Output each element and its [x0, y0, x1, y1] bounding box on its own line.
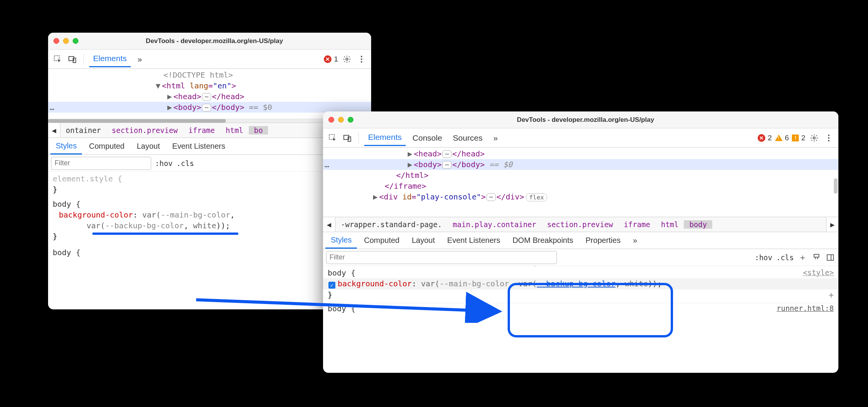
minimize-window-button[interactable]	[63, 38, 69, 44]
styles-subtabs: Styles Computed Layout Event Listeners	[48, 138, 371, 155]
breadcrumb-item[interactable]: section.preview	[107, 126, 183, 135]
breadcrumb-item[interactable]: ontainer	[60, 126, 107, 135]
tab-more[interactable]: »	[490, 130, 502, 146]
css-property-fallback[interactable]: var(--backup-bg-color, white));	[48, 220, 371, 231]
brush-icon[interactable]	[811, 253, 821, 262]
subtab-properties[interactable]: Properties	[580, 233, 626, 248]
body-line-selected[interactable]: … ▶<body>⋯</body> == $0	[48, 102, 371, 113]
breadcrumb-item[interactable]: iframe	[183, 126, 220, 135]
titlebar: DevTools - developer.mozilla.org/en-US/p…	[323, 111, 838, 128]
expand-arrow-icon[interactable]: ▶	[373, 192, 378, 201]
devtools-window-1: DevTools - developer.mozilla.org/en-US/p…	[48, 33, 371, 309]
subtab-event-listeners[interactable]: Event Listeners	[167, 139, 231, 154]
rule-body-2[interactable]: body { runner.ht	[48, 247, 371, 258]
styles-rules-pane[interactable]: element.style { } body { <st background-…	[48, 172, 371, 309]
source-link[interactable]: runner.html:8	[776, 304, 834, 312]
breadcrumb-item[interactable]: html	[656, 220, 684, 229]
breadcrumb-left-arrow-icon[interactable]: ◀	[323, 217, 335, 232]
zoom-window-button[interactable]	[348, 117, 353, 123]
element-style-rule: element.style {	[48, 173, 371, 184]
collapsed-ellipsis-icon[interactable]: ⋯	[486, 193, 496, 201]
kebab-menu-icon[interactable]	[356, 53, 367, 65]
subtab-layout[interactable]: Layout	[132, 139, 165, 154]
settings-gear-icon[interactable]	[341, 53, 353, 65]
inspect-element-icon[interactable]	[52, 53, 63, 65]
tab-elements[interactable]: Elements	[364, 130, 406, 146]
tab-sources[interactable]: Sources	[449, 130, 486, 146]
tab-console[interactable]: Console	[409, 130, 446, 146]
dom-tree[interactable]: <!DOCTYPE html> ▼<html lang="en"> ▶<head…	[48, 69, 371, 123]
breadcrumb-item-current[interactable]: bo	[249, 126, 268, 135]
toolbar-divider	[358, 132, 359, 144]
zoom-window-button[interactable]	[73, 38, 78, 44]
vertical-scrollbar[interactable]	[834, 178, 838, 194]
source-link[interactable]: <style>	[803, 268, 834, 277]
collapsed-ellipsis-icon[interactable]: ⋯	[442, 150, 451, 158]
breadcrumb-item[interactable]: -wrapper.standard-page.	[335, 220, 447, 229]
kebab-menu-icon[interactable]	[823, 132, 835, 144]
error-badge[interactable]: ✕ 1	[324, 55, 338, 63]
close-window-button[interactable]	[53, 38, 59, 44]
css-property-background-color[interactable]: background-color: var(--main-bg-color,	[48, 209, 371, 220]
collapsed-ellipsis-icon[interactable]: ⋯	[202, 93, 211, 101]
breadcrumb-item[interactable]: main.play.container	[447, 220, 541, 229]
head-line[interactable]: ▶<head>⋯</head>	[48, 91, 371, 102]
styles-filter-input[interactable]	[326, 251, 557, 264]
tab-more[interactable]: »	[134, 51, 146, 67]
info-badge[interactable]: ! 2	[792, 134, 805, 142]
breadcrumb-item-current[interactable]: body	[684, 220, 712, 229]
toggle-cls-button[interactable]: .cls	[177, 159, 194, 168]
head-line[interactable]: ▶<head>⋯</head>	[323, 148, 838, 159]
expand-arrow-icon[interactable]: ▶	[167, 92, 172, 101]
collapsed-ellipsis-icon[interactable]: ⋯	[202, 104, 211, 111]
tab-elements[interactable]: Elements	[89, 51, 131, 67]
traffic-lights	[53, 38, 78, 44]
rule-body-1[interactable]: body { <st	[48, 199, 371, 209]
div-play-console-line[interactable]: ▶<div id="play-console">⋯</div>flex	[323, 191, 838, 202]
computed-panel-toggle-icon[interactable]	[825, 253, 835, 262]
warning-badge[interactable]: 6	[775, 134, 789, 142]
subtab-dom-breakpoints[interactable]: DOM Breakpoints	[507, 233, 579, 248]
collapsed-ellipsis-icon[interactable]: ⋯	[442, 161, 451, 169]
styles-filter-input[interactable]	[51, 157, 151, 170]
breadcrumb-item[interactable]: section.preview	[541, 220, 618, 229]
toggle-hov-button[interactable]: :hov	[155, 159, 173, 168]
subtab-event-listeners[interactable]: Event Listeners	[442, 233, 506, 248]
expand-arrow-icon[interactable]: ▶	[408, 149, 412, 158]
add-property-plus-icon[interactable]: +	[829, 290, 834, 300]
subtab-layout[interactable]: Layout	[407, 233, 440, 248]
subtab-computed[interactable]: Computed	[83, 139, 130, 154]
minimize-window-button[interactable]	[338, 117, 344, 123]
subtab-styles[interactable]: Styles	[325, 233, 357, 249]
dom-tree[interactable]: ▶<head>⋯</head> … ▶<body>⋯</body> == $0 …	[323, 148, 838, 217]
annotation-highlight-box	[508, 283, 673, 337]
close-window-button[interactable]	[328, 117, 334, 123]
expand-arrow-icon[interactable]: ▶	[408, 160, 412, 169]
body-line-selected[interactable]: … ▶<body>⋯</body> == $0	[323, 159, 838, 170]
new-style-rule-icon[interactable]: ＋	[798, 253, 808, 262]
subtab-computed[interactable]: Computed	[358, 233, 405, 248]
device-toolbar-icon[interactable]	[342, 132, 353, 144]
info-icon: !	[792, 135, 799, 141]
device-toolbar-icon[interactable]	[67, 53, 78, 65]
breadcrumb-right-arrow-icon[interactable]: ▶	[826, 217, 838, 232]
expand-arrow-icon[interactable]: ▼	[156, 81, 160, 90]
breadcrumb-left-arrow-icon[interactable]: ◀	[48, 123, 60, 138]
expand-arrow-icon[interactable]: ▶	[167, 103, 172, 112]
error-badge[interactable]: ✕ 2	[758, 134, 772, 142]
flex-badge[interactable]: flex	[526, 193, 548, 201]
breadcrumb-item[interactable]: iframe	[618, 220, 656, 229]
devtools-toolbar: Elements Console Sources » ✕ 2 6 ! 2	[323, 128, 838, 148]
subtab-styles[interactable]: Styles	[50, 138, 82, 154]
annotation-underline	[92, 233, 238, 235]
breadcrumb-item[interactable]: html	[220, 126, 249, 135]
horizontal-scrollbar[interactable]	[48, 119, 371, 123]
settings-gear-icon[interactable]	[808, 132, 820, 144]
subtab-more[interactable]: »	[628, 233, 643, 248]
toggle-cls-button[interactable]: .cls	[776, 253, 794, 262]
property-enabled-checkbox[interactable]: ✓	[328, 282, 335, 289]
html-open-line[interactable]: ▼<html lang="en">	[48, 80, 371, 91]
inspect-element-icon[interactable]	[327, 132, 338, 144]
toggle-hov-button[interactable]: :hov	[755, 253, 772, 262]
rule-body-1[interactable]: body { <style>	[323, 267, 838, 278]
